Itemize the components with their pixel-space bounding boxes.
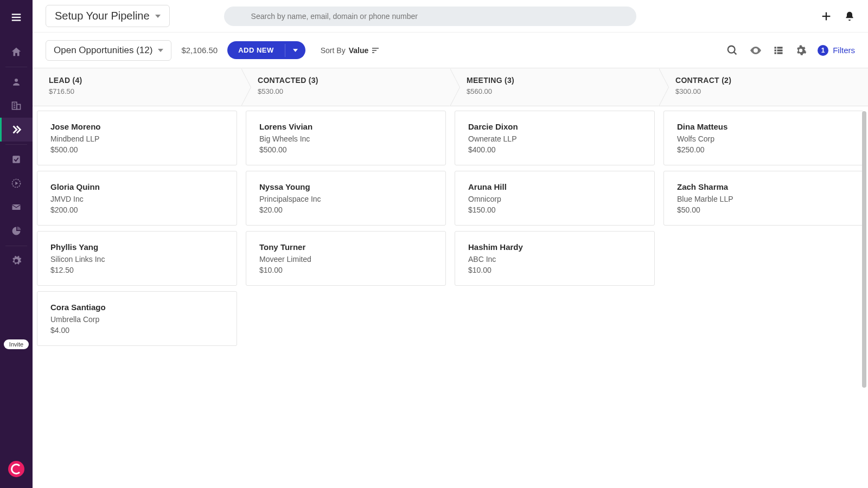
pipeline-column: MEETING (3)$560.00Darcie DixonOwnerate L… <box>450 68 659 488</box>
card-company: Umbrella Corp <box>50 315 224 324</box>
opportunity-card[interactable]: Lorens VivianBig Wheels Inc$500.00 <box>246 111 446 165</box>
nav-reports[interactable] <box>0 219 33 243</box>
card-company: Mindbend LLP <box>50 134 224 143</box>
caret-down-icon <box>155 15 161 18</box>
sidebar: Invite <box>0 0 33 488</box>
column-header[interactable]: CONTRACT (2)$300.00 <box>659 68 868 106</box>
card-name: Tony Turner <box>259 242 432 252</box>
opportunity-card[interactable]: Jose MorenoMindbend LLP$500.00 <box>37 111 237 165</box>
svg-rect-5 <box>17 105 21 110</box>
nav-companies[interactable] <box>0 94 33 118</box>
sort-selector[interactable]: Sort By Value <box>321 46 380 55</box>
add-new-dropdown[interactable] <box>285 44 305 57</box>
app-logo[interactable] <box>8 461 24 477</box>
card-amount: $150.00 <box>468 206 641 214</box>
checkbox-icon <box>11 155 21 164</box>
nav-mail[interactable] <box>0 195 33 219</box>
opportunity-card[interactable]: Darcie DixonOwnerate LLP$400.00 <box>455 111 655 165</box>
svg-rect-9 <box>12 156 20 163</box>
card-company: JMVD Inc <box>50 195 224 203</box>
column-value: $716.50 <box>49 87 225 95</box>
hamburger-icon <box>10 11 22 23</box>
svg-point-3 <box>15 79 18 82</box>
pipeline-column: LEAD (4)$716.50Jose MorenoMindbend LLP$5… <box>33 68 241 488</box>
filters-button[interactable]: 1 Filters <box>818 45 855 56</box>
card-company: Principalspace Inc <box>259 195 432 203</box>
opportunity-card[interactable]: Dina MatteusWolfs Corp$250.00 <box>663 111 864 165</box>
svg-marker-13 <box>155 15 161 18</box>
toolbar: Open Opportunities (12) $2,106.50 ADD NE… <box>33 33 868 68</box>
card-name: Lorens Vivian <box>259 122 432 131</box>
add-new-button[interactable]: ADD NEW <box>227 41 305 59</box>
search-toolbar-button[interactable] <box>726 44 738 56</box>
building-icon <box>11 100 22 111</box>
sort-label: Sort By <box>321 46 346 55</box>
nav-contacts[interactable] <box>0 70 33 94</box>
nav-home[interactable] <box>0 40 33 64</box>
scrollbar[interactable] <box>862 111 867 436</box>
person-icon <box>11 77 21 87</box>
notifications-button[interactable] <box>844 11 855 22</box>
column-header[interactable]: LEAD (4)$716.50 <box>33 68 241 106</box>
opportunity-card[interactable]: Tony TurnerMoveer Limited$10.00 <box>246 231 446 286</box>
divider <box>5 67 27 67</box>
card-amount: $4.00 <box>50 326 224 335</box>
divider <box>5 144 27 145</box>
column-header[interactable]: CONTACTED (3)$530.00 <box>241 68 450 106</box>
pipeline-selector[interactable]: Setup Your Pipeline <box>46 5 170 27</box>
scrollbar-thumb[interactable] <box>862 111 866 388</box>
card-company: ABC Inc <box>468 255 641 264</box>
column-header[interactable]: MEETING (3)$560.00 <box>450 68 659 106</box>
card-company: Wolfs Corp <box>677 134 850 143</box>
nav-settings[interactable] <box>0 249 33 273</box>
caret-down-icon <box>293 49 298 52</box>
nav-pipeline[interactable] <box>0 118 33 142</box>
plus-icon <box>820 10 832 22</box>
nav-activity[interactable] <box>0 171 33 195</box>
card-name: Jose Moreno <box>50 122 224 131</box>
nav-tasks[interactable] <box>0 147 33 171</box>
opportunity-card[interactable]: Zach SharmaBlue Marble LLP$50.00 <box>663 171 864 226</box>
visibility-button[interactable] <box>749 44 762 57</box>
divider <box>5 246 27 246</box>
opportunity-card[interactable]: Aruna HillOmnicorp$150.00 <box>455 171 655 226</box>
opportunity-card[interactable]: Cora SantiagoUmbrella Corp$4.00 <box>37 291 237 346</box>
card-amount: $50.00 <box>677 206 850 214</box>
search-input[interactable] <box>224 7 636 26</box>
card-company: Silicon Links Inc <box>50 255 224 264</box>
card-name: Zach Sharma <box>677 182 850 191</box>
opportunity-card[interactable]: Hashim HardyABC Inc$10.00 <box>455 231 655 286</box>
view-selector[interactable]: Open Opportunities (12) <box>46 40 171 61</box>
settings-button[interactable] <box>795 44 807 56</box>
pipeline-column: CONTRACT (2)$300.00Dina MatteusWolfs Cor… <box>659 68 868 488</box>
eye-icon <box>749 44 762 57</box>
column-title: CONTRACT (2) <box>675 76 852 85</box>
svg-rect-30 <box>775 52 776 54</box>
opportunity-card[interactable]: Nyssa YoungPrincipalspace Inc$20.00 <box>246 171 446 226</box>
card-company: Big Wheels Inc <box>259 134 432 143</box>
card-name: Phyllis Yang <box>50 242 224 252</box>
svg-line-24 <box>734 52 737 54</box>
card-amount: $500.00 <box>50 145 224 154</box>
home-icon <box>10 46 22 58</box>
card-amount: $12.50 <box>50 266 224 274</box>
card-company: Omnicorp <box>468 195 641 203</box>
mail-icon <box>11 202 22 213</box>
add-button[interactable] <box>820 10 832 22</box>
list-icon <box>773 45 784 56</box>
gear-icon <box>11 255 22 266</box>
search-icon <box>726 44 738 56</box>
card-name: Dina Matteus <box>677 122 850 131</box>
opportunity-card[interactable]: Gloria QuinnJMVD Inc$200.00 <box>37 171 237 226</box>
list-view-button[interactable] <box>773 45 784 56</box>
invite-button[interactable]: Invite <box>4 339 29 349</box>
add-new-label: ADD NEW <box>227 41 285 59</box>
card-amount: $200.00 <box>50 206 224 214</box>
view-label: Open Opportunities (12) <box>54 45 152 56</box>
column-value: $530.00 <box>258 87 434 95</box>
card-name: Gloria Quinn <box>50 182 224 191</box>
menu-toggle[interactable] <box>0 5 33 29</box>
card-company: Ownerate LLP <box>468 134 641 143</box>
svg-point-23 <box>728 46 735 53</box>
opportunity-card[interactable]: Phyllis YangSilicon Links Inc$12.50 <box>37 231 237 286</box>
